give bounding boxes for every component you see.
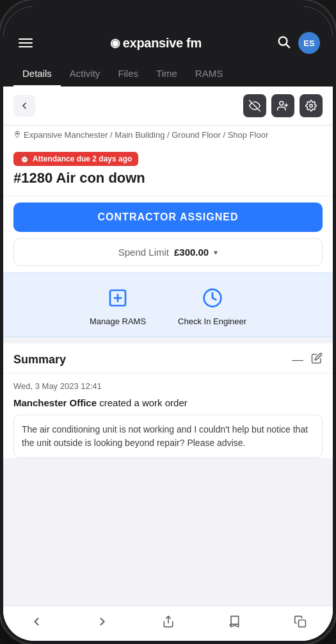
logo-text: expansive fm — [123, 36, 202, 51]
main-content: Expansive Manchester / Main Building / G… — [3, 87, 333, 606]
spend-limit-value: £300.00 — [174, 247, 209, 258]
phone-frame: ◉ expansive fm ES Details — [0, 0, 336, 644]
tab-details[interactable]: Details — [13, 62, 61, 87]
spend-limit-row[interactable]: Spend Limit £300.00 ▾ — [13, 238, 323, 266]
assign-button[interactable] — [271, 94, 294, 117]
nav-copy-button[interactable] — [286, 613, 314, 631]
quick-actions-bar: Manage RAMS Check In Engineer — [3, 272, 333, 337]
phone-notch — [127, 0, 210, 19]
app-logo: ◉ expansive fm — [110, 36, 202, 51]
summary-collapse-button[interactable]: — — [292, 353, 303, 367]
tab-bar: Details Activity Files Time RAMS — [3, 62, 333, 87]
summary-note-box: The air conditioning unit is not working… — [13, 415, 323, 458]
tab-rams[interactable]: RAMS — [186, 62, 232, 87]
manage-rams-label: Manage RAMS — [90, 317, 146, 326]
svg-line-1 — [286, 44, 289, 47]
location-text: Expansive Manchester / Main Building / G… — [24, 129, 268, 141]
logo-pin-icon: ◉ — [110, 36, 120, 50]
title-area: ⏰ Attendance due 2 days ago #1280 Air co… — [3, 148, 333, 195]
alert-icon: ⏰ — [20, 154, 29, 163]
svg-rect-13 — [298, 620, 305, 627]
nav-bookmarks-button[interactable] — [220, 613, 248, 631]
hamburger-button[interactable] — [16, 36, 35, 50]
svg-point-7 — [17, 133, 19, 135]
nav-share-button[interactable] — [154, 613, 182, 631]
alert-badge: ⏰ Attendance due 2 days ago — [13, 152, 138, 166]
phone-screen: ◉ expansive fm ES Details — [3, 6, 333, 641]
header-right-actions: ES — [276, 32, 320, 54]
avatar: ES — [298, 32, 320, 54]
settings-button[interactable] — [300, 94, 323, 117]
tab-time[interactable]: Time — [147, 62, 186, 87]
check-in-engineer-button[interactable]: Check In Engineer — [178, 283, 246, 326]
summary-author-line: Manchester Office created a work order — [3, 395, 333, 415]
tab-files[interactable]: Files — [109, 62, 147, 87]
check-in-engineer-label: Check In Engineer — [178, 317, 246, 326]
status-section: CONTRACTOR ASSIGNED Spend Limit £300.00 … — [3, 195, 333, 272]
bottom-navigation — [3, 606, 333, 641]
hide-button[interactable] — [243, 94, 266, 117]
manage-rams-icon — [103, 283, 132, 313]
summary-header: Summary — — [3, 343, 333, 374]
nav-back-button[interactable] — [22, 613, 51, 631]
summary-date: Wed, 3 May 2023 12:41 — [3, 374, 333, 395]
work-order-title: #1280 Air con down — [13, 170, 323, 186]
back-button[interactable] — [13, 95, 35, 117]
detail-action-bar — [3, 87, 333, 126]
location-bar: Expansive Manchester / Main Building / G… — [3, 126, 333, 148]
tab-activity[interactable]: Activity — [61, 62, 109, 87]
spend-limit-label: Spend Limit — [118, 247, 169, 258]
check-in-engineer-icon — [198, 283, 227, 313]
manage-rams-button[interactable]: Manage RAMS — [90, 283, 146, 326]
search-button[interactable] — [276, 35, 291, 52]
detail-icons — [243, 94, 323, 117]
contractor-assigned-button[interactable]: CONTRACTOR ASSIGNED — [13, 202, 323, 232]
svg-point-6 — [310, 104, 313, 108]
svg-point-3 — [280, 101, 284, 105]
location-pin-icon — [13, 131, 21, 142]
summary-edit-button[interactable] — [311, 352, 323, 367]
summary-title: Summary — [13, 353, 66, 367]
nav-forward-button[interactable] — [88, 613, 116, 631]
spend-limit-chevron-icon: ▾ — [214, 248, 218, 257]
summary-section: Summary — Wed, 3 May 2023 12:41 Manchest — [3, 343, 333, 458]
